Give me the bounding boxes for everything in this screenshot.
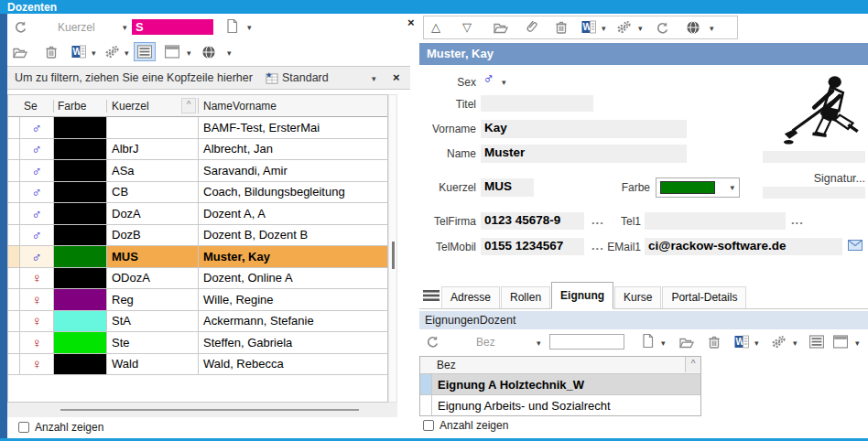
telmobil-field[interactable]: 0155 1234567 — [481, 238, 584, 255]
tab-adresse[interactable]: Adresse — [441, 286, 500, 308]
sort-up-icon: ^ — [181, 98, 196, 113]
word-export-icon[interactable] — [581, 20, 596, 34]
gears-icon[interactable] — [771, 335, 786, 349]
chevron-down-icon[interactable]: ▾ — [793, 339, 797, 348]
table-row[interactable]: ♂ CB Coach, Bildungsbegleitung — [8, 182, 387, 204]
gears-icon[interactable] — [104, 45, 119, 59]
group-by-bar[interactable]: Um zu filtern, ziehen Sie eine Kopfzeile… — [7, 66, 410, 90]
close-icon[interactable]: × — [407, 16, 415, 29]
titel-field[interactable] — [481, 95, 593, 112]
globe-icon[interactable] — [686, 20, 700, 35]
vertical-scrollbar[interactable] — [388, 94, 397, 403]
header-se[interactable]: Se — [20, 100, 54, 113]
trash-icon[interactable] — [554, 20, 569, 35]
search-column-label[interactable]: Bez — [476, 336, 495, 349]
list-view-icon[interactable] — [809, 335, 824, 349]
signatur-button[interactable]: Signatur... — [783, 172, 865, 185]
name-field[interactable]: Muster — [481, 145, 687, 163]
show-count-checkbox[interactable] — [423, 420, 434, 431]
tab-eignung[interactable]: Eignung — [551, 282, 613, 309]
table-row[interactable]: ♂ DozA Dozent A, A — [8, 203, 387, 225]
open-folder-icon[interactable] — [679, 336, 694, 350]
signatur-field[interactable] — [763, 187, 865, 199]
refresh-icon[interactable] — [655, 21, 669, 36]
pane-divider[interactable]: × — [410, 14, 419, 438]
table-row[interactable]: ♀ Ste Steffen, Gabriela — [8, 332, 387, 354]
table-row[interactable]: ♀ Reg Wille, Regine — [8, 289, 387, 311]
email1-field[interactable]: ci@rackow-software.de — [645, 238, 842, 255]
telfirma-field[interactable]: 0123 45678-9 — [481, 212, 584, 230]
standard-layout-icon[interactable] — [266, 72, 278, 85]
chevron-down-icon[interactable]: ▾ — [602, 24, 606, 33]
header-kuerzel[interactable]: Kuerzel^ — [107, 98, 199, 113]
open-folder-icon[interactable] — [13, 46, 27, 59]
list-view-toggle[interactable] — [134, 42, 156, 61]
trash-icon[interactable] — [707, 335, 722, 350]
word-export-icon[interactable] — [71, 45, 86, 59]
browse-button[interactable]: ... — [791, 213, 804, 227]
layout-name[interactable]: Standard — [282, 71, 329, 84]
table-row[interactable]: ♂ DozB Dozent B, Dozent B — [8, 225, 387, 247]
scroll-up-icon[interactable]: ^ — [685, 357, 700, 372]
table-row-selected[interactable]: ♂ MUS Muster, Kay — [8, 246, 387, 268]
chevron-down-icon[interactable]: ▾ — [92, 48, 96, 58]
chevron-down-icon[interactable]: ▾ — [247, 23, 252, 32]
previous-record-icon[interactable]: △ — [431, 20, 440, 34]
chevron-down-icon[interactable]: ▾ — [638, 24, 643, 33]
new-document-icon[interactable] — [641, 334, 656, 349]
paperclip-icon[interactable] — [525, 19, 539, 34]
new-document-icon[interactable] — [225, 19, 240, 34]
gears-icon[interactable] — [616, 20, 631, 34]
search-input[interactable] — [549, 334, 624, 350]
trash-icon[interactable] — [44, 45, 59, 59]
chevron-down-icon[interactable]: ▾ — [710, 24, 714, 33]
menu-icon[interactable] — [423, 289, 439, 302]
tab-rollen[interactable]: Rollen — [501, 286, 550, 308]
table-row[interactable]: ♀ StA Ackermann, Stefanie — [8, 311, 387, 333]
tab-kurse[interactable]: Kurse — [614, 286, 661, 308]
eignungen-header[interactable]: Bez ^ — [420, 357, 700, 374]
table-row[interactable]: ♀ Wald Wald, Rebecca — [8, 354, 387, 376]
refresh-icon[interactable] — [425, 335, 439, 350]
scrollbar-thumb[interactable] — [60, 409, 359, 411]
chevron-down-icon[interactable]: ▾ — [661, 339, 666, 348]
chevron-down-icon[interactable]: ▾ — [372, 74, 376, 83]
search-input[interactable]: S — [132, 19, 213, 35]
male-icon[interactable]: ♂ — [483, 71, 494, 85]
next-record-icon[interactable]: ▽ — [462, 20, 472, 34]
chevron-down-icon[interactable]: ▾ — [537, 339, 541, 348]
table-row[interactable]: ♂ BAMF-Test, ErsterMai — [8, 117, 387, 139]
open-folder-icon[interactable] — [494, 21, 508, 35]
table-row[interactable]: ♀ ODozA Dozent, Online A — [8, 268, 387, 290]
chevron-down-icon[interactable]: ▾ — [227, 48, 232, 58]
horizontal-scrollbar[interactable] — [7, 403, 397, 417]
window-view-icon[interactable] — [165, 45, 179, 59]
tel1-field[interactable] — [645, 212, 786, 230]
show-count-checkbox[interactable] — [18, 422, 29, 433]
chevron-down-icon[interactable]: ▾ — [125, 48, 129, 58]
chevron-down-icon[interactable]: ▾ — [855, 339, 860, 348]
header-farbe[interactable]: Farbe — [54, 100, 107, 113]
search-column-label[interactable]: Kuerzel — [58, 21, 95, 34]
vorname-field[interactable]: Kay — [481, 120, 687, 138]
chevron-down-icon[interactable]: ▾ — [502, 78, 506, 87]
window-view-icon[interactable] — [833, 335, 848, 349]
photo-field[interactable] — [763, 151, 865, 163]
header-name[interactable]: NameVorname — [199, 100, 387, 113]
table-row[interactable]: ♂ ASa Saravandi, Amir — [8, 160, 387, 182]
close-icon[interactable]: × — [393, 71, 400, 84]
farbe-dropdown[interactable]: ▾ — [656, 177, 740, 198]
word-export-icon[interactable] — [734, 335, 749, 349]
envelope-icon[interactable] — [848, 239, 863, 252]
scrollbar-thumb[interactable] — [392, 242, 395, 269]
list-item-selected[interactable]: Eignung A Holztechnik_W — [420, 374, 700, 395]
chevron-down-icon[interactable]: ▾ — [123, 23, 127, 32]
globe-icon[interactable] — [201, 45, 216, 59]
kuerzel-field[interactable]: MUS — [481, 178, 534, 197]
list-item[interactable]: Eignung Arbeits- und Sozialrecht — [420, 395, 700, 415]
chevron-down-icon[interactable]: ▾ — [187, 48, 191, 58]
table-row[interactable]: ♂ AlbrJ Albrecht, Jan — [8, 139, 387, 161]
refresh-icon[interactable] — [13, 20, 27, 35]
tab-portal-details[interactable]: Portal-Details — [662, 286, 746, 308]
chevron-down-icon[interactable]: ▾ — [754, 339, 759, 348]
